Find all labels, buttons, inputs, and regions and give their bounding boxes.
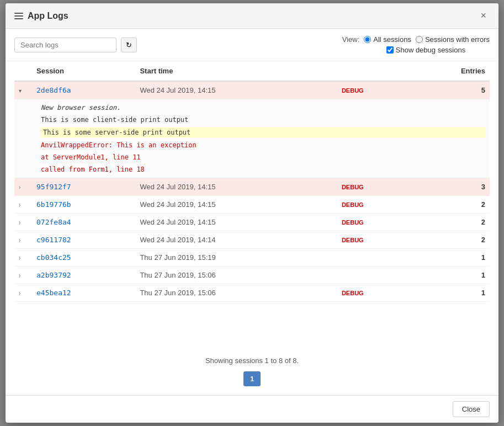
- start-time-cell: Wed 24 Jul 2019, 14:15: [135, 214, 337, 231]
- entries-count: 3: [481, 183, 485, 191]
- col-entries-header: Entries: [411, 61, 490, 81]
- entries-count-cell: 1: [411, 249, 490, 267]
- entries-count-cell: 1: [411, 284, 490, 302]
- debug-cell: DEBUG: [337, 214, 411, 231]
- session-id-cell: cb034c25: [32, 249, 135, 267]
- col-spacer: [337, 61, 411, 81]
- all-sessions-radio[interactable]: [364, 36, 371, 43]
- start-time-cell: Wed 24 Jul 2019, 14:15: [135, 178, 337, 196]
- debug-cell: [337, 249, 411, 267]
- session-id: c9611782: [36, 236, 71, 244]
- start-time: Thu 27 Jun 2019, 15:19: [140, 253, 215, 262]
- session-id-cell: c9611782: [32, 231, 135, 249]
- entries-count: 1: [481, 271, 485, 279]
- session-id: cb034c25: [36, 253, 71, 262]
- modal: App Logs × ↻ View: All sessions Sessions…: [6, 3, 498, 423]
- log-line: called from Form1, line 18: [41, 163, 485, 175]
- chevron-icon: ›: [19, 237, 28, 243]
- debug-cell: DEBUG: [337, 284, 411, 302]
- expand-cell[interactable]: ›: [14, 249, 32, 267]
- page-1-button[interactable]: 1: [243, 371, 261, 386]
- session-id: 95f912f7: [36, 183, 71, 191]
- start-time: Wed 24 Jul 2019, 14:15: [140, 183, 215, 191]
- sessions-errors-option[interactable]: Sessions with errors: [416, 35, 490, 44]
- start-time: Wed 24 Jul 2019, 14:15: [140, 200, 215, 209]
- expand-cell[interactable]: ›: [14, 267, 32, 284]
- entries-count: 2: [481, 218, 485, 226]
- chevron-icon: ›: [19, 202, 28, 208]
- toolbar-left: ↻: [14, 38, 137, 52]
- pagination-info: Showing sessions 1 to 8 of 8.: [205, 356, 299, 365]
- start-time: Thu 27 Jun 2019, 15:06: [140, 289, 215, 297]
- modal-close-button[interactable]: ×: [477, 9, 490, 23]
- table-row[interactable]: ▾ 2de8df6a Wed 24 Jul 2019, 14:15 DEBUG …: [14, 81, 490, 99]
- refresh-button[interactable]: ↻: [121, 38, 137, 52]
- session-id-cell: e45bea12: [32, 284, 135, 302]
- col-start-time-header: Start time: [135, 61, 337, 81]
- entries-count: 1: [481, 253, 485, 262]
- start-time-cell: Wed 24 Jul 2019, 14:14: [135, 231, 337, 249]
- table-row[interactable]: › a2b93792 Thu 27 Jun 2019, 15:06 1: [14, 267, 490, 284]
- expanded-log-row: New browser session.This is some client-…: [14, 99, 490, 178]
- col-expand: [14, 61, 32, 81]
- entries-count: 2: [481, 200, 485, 209]
- title-text: App Logs: [28, 11, 68, 21]
- log-line: at ServerModule1, line 11: [41, 151, 485, 163]
- entries-count-cell: 5: [411, 81, 490, 99]
- start-time: Wed 24 Jul 2019, 14:14: [140, 236, 215, 244]
- debug-cell: DEBUG: [337, 81, 411, 99]
- close-button[interactable]: Close: [453, 401, 490, 417]
- entries-count-cell: 2: [411, 231, 490, 249]
- session-id-cell: a2b93792: [32, 267, 135, 284]
- expand-cell[interactable]: ›: [14, 284, 32, 302]
- entries-count: 5: [481, 86, 485, 94]
- entries-count-cell: 2: [411, 196, 490, 214]
- all-sessions-label: All sessions: [373, 35, 411, 44]
- col-session-header: Session: [32, 61, 135, 81]
- debug-badge: DEBUG: [342, 237, 364, 243]
- session-id: a2b93792: [36, 271, 71, 279]
- table-row[interactable]: › 072fe8a4 Wed 24 Jul 2019, 14:15 DEBUG …: [14, 214, 490, 231]
- table-row[interactable]: › c9611782 Wed 24 Jul 2019, 14:14 DEBUG …: [14, 231, 490, 249]
- chevron-icon: ›: [19, 273, 28, 279]
- modal-header: App Logs ×: [6, 3, 498, 29]
- session-id-cell: 6b19776b: [32, 196, 135, 214]
- debug-badge: DEBUG: [342, 87, 364, 94]
- chevron-icon: ›: [19, 220, 28, 226]
- log-line: This is some client-side print output: [41, 114, 485, 126]
- debug-badge: DEBUG: [342, 219, 364, 226]
- search-input[interactable]: [14, 38, 116, 52]
- table-row[interactable]: › 95f912f7 Wed 24 Jul 2019, 14:15 DEBUG …: [14, 178, 490, 196]
- chevron-icon: ▾: [19, 88, 28, 94]
- table-row[interactable]: › e45bea12 Thu 27 Jun 2019, 15:06 DEBUG …: [14, 284, 490, 302]
- table-row[interactable]: › 6b19776b Wed 24 Jul 2019, 14:15 DEBUG …: [14, 196, 490, 214]
- debug-sessions-row[interactable]: Show debug sessions: [386, 46, 465, 54]
- view-radio-row: View: All sessions Sessions with errors: [342, 35, 490, 44]
- debug-badge: DEBUG: [342, 290, 364, 296]
- session-id-cell: 2de8df6a: [32, 81, 135, 99]
- all-sessions-option[interactable]: All sessions: [364, 35, 411, 44]
- sessions-errors-label: Sessions with errors: [425, 35, 490, 44]
- view-label: View:: [342, 35, 360, 44]
- modal-footer: Close: [6, 395, 498, 423]
- entries-count-cell: 1: [411, 267, 490, 284]
- session-id-cell: 95f912f7: [32, 178, 135, 196]
- expand-cell[interactable]: ▾: [14, 81, 32, 99]
- expand-cell[interactable]: ›: [14, 231, 32, 249]
- modal-title: App Logs: [14, 11, 68, 21]
- debug-sessions-checkbox[interactable]: [386, 46, 394, 54]
- expand-cell[interactable]: ›: [14, 214, 32, 231]
- session-id-cell: 072fe8a4: [32, 214, 135, 231]
- expand-cell[interactable]: ›: [14, 178, 32, 196]
- debug-sessions-label: Show debug sessions: [396, 46, 465, 54]
- entries-count: 1: [481, 289, 485, 297]
- session-id: 2de8df6a: [36, 86, 71, 94]
- table-row[interactable]: › cb034c25 Thu 27 Jun 2019, 15:19 1: [14, 249, 490, 267]
- expand-cell[interactable]: ›: [14, 196, 32, 214]
- sessions-errors-radio[interactable]: [416, 36, 423, 43]
- start-time: Wed 24 Jul 2019, 14:15: [140, 86, 215, 94]
- start-time-cell: Wed 24 Jul 2019, 14:15: [135, 81, 337, 99]
- table-header-row: Session Start time Entries: [14, 61, 490, 81]
- debug-cell: DEBUG: [337, 231, 411, 249]
- log-line: This is some server-side print output: [41, 126, 485, 139]
